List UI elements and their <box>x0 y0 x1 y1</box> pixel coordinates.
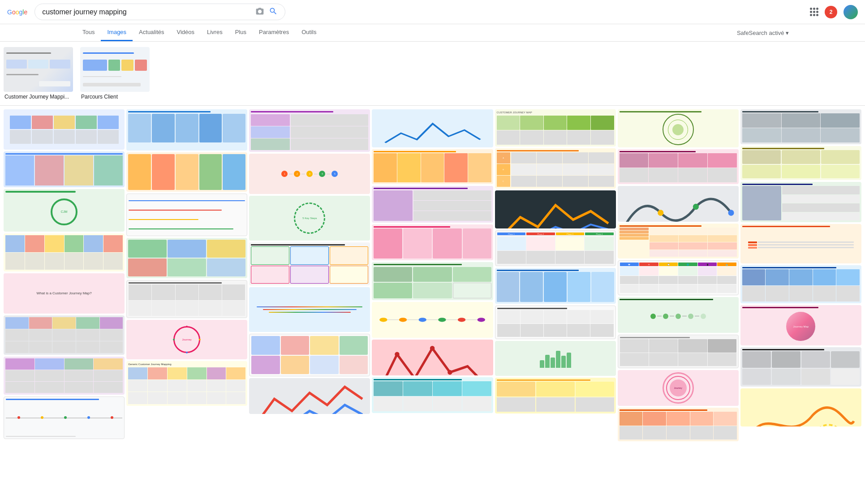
notification-badge[interactable]: 2 <box>825 6 837 18</box>
list-item[interactable] <box>372 149 493 184</box>
list-item[interactable]: Journey <box>126 320 247 359</box>
list-item[interactable]: 1 2 3 4 5 <box>249 154 370 194</box>
list-item[interactable] <box>740 109 861 144</box>
search-bar[interactable] <box>34 4 285 20</box>
list-item[interactable] <box>126 194 247 236</box>
svg-point-10 <box>478 318 485 322</box>
list-item[interactable]: Journey Map <box>740 305 861 345</box>
nav: Tous Images Actualités Vidéos Livres Plu… <box>0 24 865 42</box>
collection-item-2[interactable]: Parcours Client <box>80 47 150 100</box>
list-item[interactable] <box>4 396 125 439</box>
list-item[interactable] <box>372 109 493 147</box>
list-item[interactable] <box>740 224 861 263</box>
svg-point-17 <box>658 210 663 215</box>
list-item[interactable] <box>495 306 616 339</box>
list-item[interactable]: A B C <box>495 148 616 189</box>
list-item[interactable]: What is a Customer Journey Map? <box>4 273 125 314</box>
search-icon[interactable] <box>269 7 278 17</box>
apps-icon[interactable] <box>810 8 818 16</box>
nav-item-outils[interactable]: Outils <box>295 24 323 41</box>
list-item[interactable]: 5 Key Steps <box>249 196 370 241</box>
google-logo[interactable]: Google <box>7 9 27 16</box>
list-item[interactable] <box>372 186 493 223</box>
list-item[interactable] <box>249 334 370 376</box>
svg-point-15 <box>448 370 452 375</box>
image-grid: CJM What is a Customer Journey <box>0 106 865 445</box>
list-item[interactable] <box>372 340 493 375</box>
svg-point-12 <box>395 352 400 357</box>
header-right: 2 <box>810 5 858 19</box>
svg-point-18 <box>693 204 699 210</box>
svg-point-14 <box>430 346 435 351</box>
list-item[interactable] <box>126 109 247 151</box>
nav-item-videos[interactable]: Vidéos <box>170 24 201 41</box>
safesearch-label[interactable]: SafeSearch activé ▾ <box>737 25 789 41</box>
list-item[interactable] <box>740 146 861 180</box>
list-item[interactable] <box>618 297 739 333</box>
nav-item-plus[interactable]: Plus <box>229 24 253 41</box>
nav-item-parametres[interactable]: Paramètres <box>253 24 295 41</box>
list-item[interactable] <box>372 302 493 338</box>
list-item[interactable] <box>249 242 370 285</box>
user-avatar[interactable] <box>843 5 858 19</box>
list-item[interactable] <box>618 149 739 184</box>
list-item[interactable] <box>618 109 739 147</box>
list-item[interactable] <box>126 280 247 318</box>
nav-item-tous[interactable]: Tous <box>76 24 101 41</box>
list-item[interactable] <box>495 378 616 414</box>
list-item[interactable] <box>372 377 493 413</box>
search-input[interactable] <box>42 8 252 16</box>
list-item[interactable] <box>4 315 125 355</box>
list-item[interactable] <box>618 335 739 368</box>
svg-point-2 <box>399 318 407 322</box>
svg-point-4 <box>419 318 426 322</box>
list-item[interactable] <box>740 388 861 426</box>
list-item[interactable] <box>249 378 370 414</box>
list-item[interactable] <box>495 268 616 304</box>
collection-label-2: Parcours Client <box>80 94 150 100</box>
nav-item-livres[interactable]: Livres <box>201 24 229 41</box>
list-item[interactable]: CUSTOMER JOURNEY MAP <box>495 109 616 146</box>
collections-section: Customer Journey Mappi... Parcours Clien… <box>0 42 865 106</box>
svg-point-0 <box>380 318 387 322</box>
list-item[interactable]: ☎ ✉ 💬 🌐 📱 🏪 <box>618 260 739 295</box>
camera-icon[interactable] <box>255 7 264 17</box>
list-item[interactable]: Journey <box>618 370 739 406</box>
list-item[interactable]: Generic Customer Journey Mapping <box>126 361 247 406</box>
list-item[interactable] <box>4 357 125 395</box>
list-item[interactable]: Phase 1 Phase 2 Phase 3 Phase 4 <box>495 230 616 266</box>
list-item[interactable] <box>4 151 125 187</box>
list-item[interactable] <box>372 224 493 260</box>
svg-point-19 <box>728 210 734 215</box>
list-item[interactable] <box>4 109 125 150</box>
header: Google 2 <box>0 0 865 24</box>
list-item[interactable] <box>4 233 125 271</box>
list-item[interactable] <box>618 408 739 441</box>
list-item[interactable] <box>495 190 616 228</box>
svg-point-8 <box>458 318 465 322</box>
list-item[interactable] <box>618 224 739 258</box>
list-item[interactable] <box>126 238 247 278</box>
list-item[interactable] <box>740 265 861 303</box>
list-item[interactable] <box>249 287 370 332</box>
list-item[interactable] <box>740 347 861 387</box>
svg-point-6 <box>439 318 446 322</box>
collection-item-1[interactable]: Customer Journey Mappi... <box>4 47 73 100</box>
list-item[interactable] <box>618 186 739 222</box>
list-item[interactable]: CJM <box>4 189 125 232</box>
notification-count: 2 <box>825 6 837 18</box>
list-item[interactable] <box>740 182 861 222</box>
list-item[interactable] <box>126 152 247 192</box>
list-item[interactable] <box>495 341 616 376</box>
list-item[interactable] <box>372 262 493 300</box>
nav-item-actualites[interactable]: Actualités <box>133 24 170 41</box>
nav-item-images[interactable]: Images <box>101 24 133 41</box>
list-item[interactable] <box>249 109 370 152</box>
collection-label-1: Customer Journey Mappi... <box>4 94 73 100</box>
